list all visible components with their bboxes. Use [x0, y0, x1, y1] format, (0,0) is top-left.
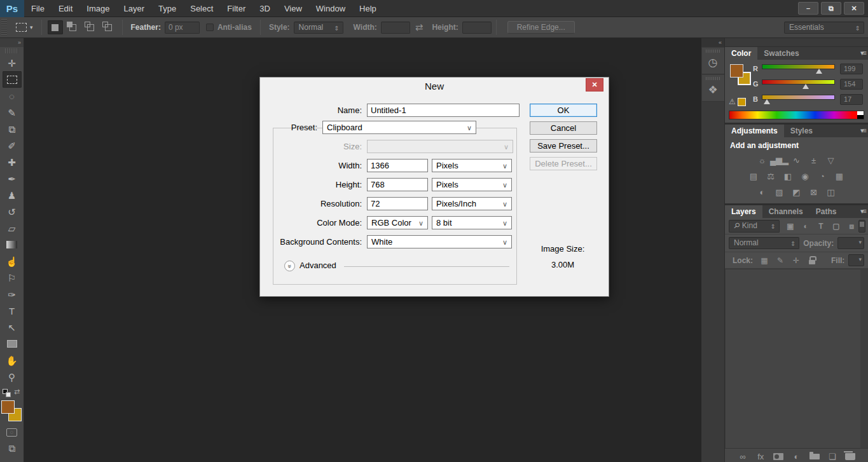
selection-mode-add-button[interactable]	[65, 20, 81, 34]
menu-item[interactable]: Layer	[117, 0, 152, 17]
green-slider-thumb[interactable]	[803, 84, 809, 89]
red-value-input[interactable]: 199	[840, 64, 863, 74]
height-unit-dropdown[interactable]: Pixels	[432, 178, 512, 191]
brightness-contrast-icon[interactable]: ☼	[756, 155, 769, 166]
hand-tool[interactable]: ✋	[3, 352, 22, 369]
dialog-close-button[interactable]: ✕	[586, 78, 603, 92]
rectangular-marquee-tool[interactable]	[3, 71, 22, 88]
properties-panel-button[interactable]: ❖	[702, 75, 724, 102]
lasso-tool[interactable]: ◌	[3, 88, 22, 104]
tab-swatches[interactable]: Swatches	[757, 47, 805, 60]
foreground-color-swatch[interactable]	[1, 400, 15, 414]
ok-button[interactable]: OK	[530, 104, 597, 117]
menu-item[interactable]: 3D	[252, 0, 277, 17]
tab-adjustments[interactable]: Adjustments	[725, 125, 784, 137]
toolbar-collapse-chevron-icon[interactable]: »	[0, 38, 24, 47]
gradient-map-icon[interactable]: ⊠	[808, 187, 820, 198]
color-lookup-icon[interactable]: ▦	[833, 171, 846, 182]
brush-tool[interactable]: ✒	[3, 170, 22, 187]
lock-image-pixels-icon[interactable]: ✎	[775, 255, 785, 266]
layer-effects-icon[interactable]: fx	[755, 452, 766, 462]
refine-edge-button[interactable]: Refine Edge...	[507, 21, 575, 34]
options-bar-grip[interactable]	[1, 19, 7, 36]
black-white-icon[interactable]: ◧	[782, 171, 794, 182]
filter-adjustment-layers-icon[interactable]: ◐	[800, 221, 811, 232]
height-input[interactable]	[367, 178, 428, 191]
workspace-switcher-dropdown[interactable]: Essentials	[784, 22, 864, 34]
panel-menu-icon[interactable]: ▾≡	[860, 126, 865, 135]
exposure-icon[interactable]: ±	[808, 155, 820, 166]
smudge-tool[interactable]: ☝	[3, 253, 22, 269]
layers-scrollbar[interactable]	[860, 269, 868, 448]
invert-icon[interactable]: ◐	[756, 187, 769, 198]
tab-channels[interactable]: Channels	[762, 205, 809, 218]
tab-color[interactable]: Color	[725, 47, 757, 60]
name-input[interactable]	[367, 104, 520, 117]
link-layers-icon[interactable]: ∞	[738, 452, 748, 462]
spectrum-gradient[interactable]	[729, 111, 857, 119]
filter-smart-objects-icon[interactable]: ⧈	[846, 221, 857, 232]
black-swatch[interactable]	[857, 115, 864, 119]
new-layer-icon[interactable]: ❏	[827, 452, 837, 462]
pen-tool[interactable]: ✑	[3, 286, 22, 302]
red-slider-thumb[interactable]	[816, 69, 822, 74]
menu-item[interactable]: Image	[79, 0, 116, 17]
photo-filter-icon[interactable]: ◉	[799, 171, 811, 182]
quick-selection-tool[interactable]: ✎	[3, 104, 22, 121]
tab-layers[interactable]: Layers	[725, 205, 762, 218]
blue-slider[interactable]	[762, 95, 835, 100]
spot-healing-brush-tool[interactable]: ✚	[3, 154, 22, 170]
menu-item[interactable]: File	[24, 0, 52, 17]
preset-dropdown[interactable]: Clipboard	[322, 121, 476, 134]
toolbar-grip[interactable]	[5, 48, 18, 53]
blend-mode-dropdown[interactable]: Normal	[729, 237, 799, 249]
lock-position-icon[interactable]: ✛	[791, 255, 801, 266]
zoom-tool[interactable]: ⚲	[3, 369, 22, 385]
layer-filter-toggle[interactable]	[858, 220, 865, 233]
menu-item[interactable]: Help	[352, 0, 383, 17]
history-brush-tool[interactable]: ↺	[3, 203, 22, 220]
height-input[interactable]	[462, 22, 492, 34]
new-group-icon[interactable]	[809, 454, 820, 459]
color-balance-icon[interactable]: ⚖	[764, 171, 777, 182]
selection-mode-intersect-button[interactable]	[101, 20, 116, 34]
levels-icon[interactable]: ▄▆▂	[773, 155, 786, 166]
blue-value-input[interactable]: 17	[840, 94, 863, 105]
feather-input[interactable]: 0 px	[165, 22, 200, 34]
filter-pixel-layers-icon[interactable]: ▣	[785, 221, 796, 232]
gradient-tool[interactable]	[3, 236, 22, 253]
background-contents-dropdown[interactable]: White	[367, 235, 512, 248]
color-spectrum-ramp[interactable]	[729, 111, 864, 119]
lock-transparent-pixels-icon[interactable]: ▦	[759, 255, 769, 266]
anti-alias-checkbox[interactable]	[206, 24, 214, 31]
move-tool[interactable]: ✛	[3, 55, 22, 71]
blue-slider-thumb[interactable]	[764, 99, 770, 104]
quick-mask-button[interactable]: ◌	[3, 425, 22, 440]
close-button[interactable]: ✕	[844, 2, 864, 15]
green-slider[interactable]	[762, 79, 835, 85]
crop-tool[interactable]: ⧉	[3, 121, 22, 137]
filter-shape-layers-icon[interactable]: ▢	[830, 221, 842, 232]
clone-stamp-tool[interactable]: ♟	[3, 187, 22, 203]
cancel-button[interactable]: Cancel	[530, 121, 597, 135]
tab-styles[interactable]: Styles	[784, 125, 819, 137]
selection-mode-new-button[interactable]	[48, 20, 63, 34]
eraser-tool[interactable]: ▱	[3, 220, 22, 236]
posterize-icon[interactable]: ▨	[773, 187, 786, 198]
dock-expand-chevron-icon[interactable]: «	[701, 38, 724, 47]
width-input[interactable]	[381, 22, 410, 34]
history-panel-button[interactable]: ◷	[702, 48, 724, 74]
menu-item[interactable]: View	[277, 0, 309, 17]
selection-mode-subtract-button[interactable]	[83, 20, 99, 34]
color-depth-dropdown[interactable]: 8 bit	[432, 216, 512, 229]
resolution-input[interactable]	[367, 197, 428, 210]
filter-type-layers-icon[interactable]: T	[815, 221, 827, 232]
menu-item[interactable]: Window	[309, 0, 352, 17]
adjustment-layer-icon[interactable]: ◐	[792, 452, 802, 462]
add-layer-mask-icon[interactable]	[773, 453, 783, 460]
menu-item[interactable]: Filter	[220, 0, 252, 17]
opacity-dropdown[interactable]	[837, 237, 864, 249]
advanced-expand-chevron-icon[interactable]: »	[284, 261, 295, 271]
gamut-warning-icon[interactable]: ⚠	[729, 97, 736, 106]
screen-mode-button[interactable]: ⧉	[3, 441, 22, 456]
